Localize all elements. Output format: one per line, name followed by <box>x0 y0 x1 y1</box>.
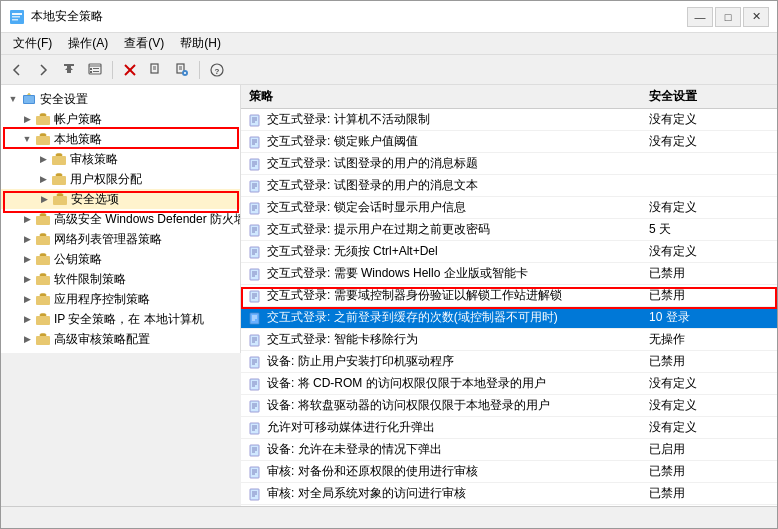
policy-row[interactable]: 设备: 将 CD-ROM 的访问权限仅限于本地登录的用户没有定义 <box>241 373 777 395</box>
policy-row[interactable]: 交互式登录: 需要 Windows Hello 企业版或智能卡已禁用 <box>241 263 777 285</box>
left-panel-wrapper: ▼ 安全设置 ▶ <box>1 85 241 506</box>
tree-item-defender[interactable]: ▶ 高级安全 Windows Defender 防火墙 <box>1 209 240 229</box>
svg-rect-2 <box>12 16 20 18</box>
policy-row-icon <box>249 421 263 435</box>
ip-security-icon <box>35 311 51 327</box>
forward-button[interactable] <box>31 58 55 82</box>
toggle-audit: ▶ <box>35 151 51 167</box>
menu-action[interactable]: 操作(A) <box>60 33 116 54</box>
policy-row-icon <box>249 443 263 457</box>
tree-label-security-options: 安全选项 <box>71 191 119 208</box>
tree-label-defender: 高级安全 Windows Defender 防火墙 <box>54 211 241 228</box>
policy-row[interactable]: 设备: 允许在未登录的情况下弹出已启用 <box>241 439 777 461</box>
policy-row-icon <box>249 289 263 303</box>
policy-row[interactable]: 设备: 将软盘驱动器的访问权限仅限于本地登录的用户没有定义 <box>241 395 777 417</box>
policy-row-name: 交互式登录: 锁定账户值阈值 <box>267 133 418 150</box>
policy-row[interactable]: 交互式登录: 试图登录的用户的消息标题 <box>241 153 777 175</box>
menu-file[interactable]: 文件(F) <box>5 33 60 54</box>
svg-rect-38 <box>36 336 50 345</box>
tree-item-user-rights[interactable]: ▶ 用户权限分配 <box>1 169 240 189</box>
svg-rect-52 <box>250 181 259 192</box>
svg-rect-10 <box>90 71 92 73</box>
tree-item-local-policy[interactable]: ▼ 本地策略 <box>1 129 240 149</box>
svg-rect-33 <box>36 236 50 245</box>
tree-item-audit-policy[interactable]: ▶ 审核策略 <box>1 149 240 169</box>
delete-button[interactable] <box>118 58 142 82</box>
policy-row[interactable]: 交互式登录: 智能卡移除行为无操作 <box>241 329 777 351</box>
svg-rect-48 <box>250 159 259 170</box>
policy-row[interactable]: 允许对可移动媒体进行化升弹出没有定义 <box>241 417 777 439</box>
policy-row[interactable]: 审核: 对全局系统对象的访问进行审核已禁用 <box>241 483 777 505</box>
network-icon <box>35 231 51 247</box>
svg-rect-64 <box>250 247 259 258</box>
tree-item-network[interactable]: ▶ 网络列表管理器策略 <box>1 229 240 249</box>
policy-row[interactable]: 交互式登录: 无须按 Ctrl+Alt+Del没有定义 <box>241 241 777 263</box>
toolbar-separator-1 <box>112 61 113 79</box>
show-button[interactable] <box>83 58 107 82</box>
policy-row-value: 已禁用 <box>649 353 769 370</box>
policy-row-value: 已禁用 <box>649 287 769 304</box>
toggle-security-opts: ▶ <box>36 191 52 207</box>
policy-row-icon <box>249 179 263 193</box>
right-panel-header: 策略 安全设置 <box>241 85 777 109</box>
policy-row-value: 没有定义 <box>649 419 769 436</box>
policy-row[interactable]: 交互式登录: 锁定账户值阈值没有定义 <box>241 131 777 153</box>
menu-help[interactable]: 帮助(H) <box>172 33 229 54</box>
maximize-button[interactable]: □ <box>715 7 741 27</box>
svg-rect-92 <box>250 401 259 412</box>
tree-item-adv-audit[interactable]: ▶ 高级审核策略配置 <box>1 329 240 349</box>
svg-rect-8 <box>90 68 92 70</box>
policy-row[interactable]: 设备: 防止用户安装打印机驱动程序已禁用 <box>241 351 777 373</box>
tree-item-root[interactable]: ▼ 安全设置 <box>1 89 240 109</box>
svg-rect-104 <box>250 467 259 478</box>
toggle-user-rights: ▶ <box>35 171 51 187</box>
toggle-adv-audit: ▶ <box>19 331 35 347</box>
toggle-network: ▶ <box>19 231 35 247</box>
tree-label-network: 网络列表管理器策略 <box>54 231 162 248</box>
svg-rect-68 <box>250 269 259 280</box>
policy-row-name: 设备: 防止用户安装打印机驱动程序 <box>267 353 454 370</box>
close-button[interactable]: ✕ <box>743 7 769 27</box>
main-content: ▼ 安全设置 ▶ <box>1 85 777 506</box>
toggle-root: ▼ <box>5 91 21 107</box>
policy-row[interactable]: 交互式登录: 提示用户在过期之前更改密码5 天 <box>241 219 777 241</box>
import-button[interactable] <box>170 58 194 82</box>
header-policy: 策略 <box>249 88 649 105</box>
help-button[interactable]: ? <box>205 58 229 82</box>
tree-item-app-control[interactable]: ▶ 应用程序控制策略 <box>1 289 240 309</box>
adv-audit-icon <box>35 331 51 347</box>
toggle-defender: ▶ <box>19 211 35 227</box>
policy-row-name: 审核: 对全局系统对象的访问进行审核 <box>267 485 466 502</box>
back-button[interactable] <box>5 58 29 82</box>
tree-item-public-key[interactable]: ▶ 公钥策略 <box>1 249 240 269</box>
minimize-button[interactable]: — <box>687 7 713 27</box>
policy-row[interactable]: 交互式登录: 之前登录到缓存的次数(域控制器不可用时)10 登录 <box>241 307 777 329</box>
policy-row-name: 交互式登录: 提示用户在过期之前更改密码 <box>267 221 490 238</box>
toggle-ip: ▶ <box>19 311 35 327</box>
tree-item-ip-security[interactable]: ▶ IP 安全策略，在 本地计算机 <box>1 309 240 329</box>
up-button[interactable] <box>57 58 81 82</box>
toggle-software: ▶ <box>19 271 35 287</box>
policy-row-icon <box>249 333 263 347</box>
svg-rect-31 <box>53 196 67 205</box>
policy-row-icon <box>249 223 263 237</box>
policy-row-icon <box>249 487 263 501</box>
policy-row[interactable]: 交互式登录: 需要域控制器身份验证以解锁工作站进解锁已禁用 <box>241 285 777 307</box>
policy-row[interactable]: 交互式登录: 试图登录的用户的消息文本 <box>241 175 777 197</box>
policy-row-name: 设备: 允许在未登录的情况下弹出 <box>267 441 442 458</box>
policy-row-value: 已启用 <box>649 441 769 458</box>
tree-label-adv-audit: 高级审核策略配置 <box>54 331 150 348</box>
menu-bar: 文件(F) 操作(A) 查看(V) 帮助(H) <box>1 33 777 55</box>
svg-rect-100 <box>250 445 259 456</box>
menu-view[interactable]: 查看(V) <box>116 33 172 54</box>
tree-item-security-options[interactable]: ▶ 安全选项 <box>1 189 240 209</box>
tree-item-account-policy[interactable]: ▶ 帐户策略 <box>1 109 240 129</box>
policy-row-name: 交互式登录: 无须按 Ctrl+Alt+Del <box>267 243 438 260</box>
policy-row[interactable]: 审核: 对备份和还原权限的使用进行审核已禁用 <box>241 461 777 483</box>
export-button[interactable] <box>144 58 168 82</box>
policy-row[interactable]: 交互式登录: 计算机不活动限制没有定义 <box>241 109 777 131</box>
policy-row[interactable]: 审核: 强制审核策略子类别设置(Windows Vista 或更高版本...没有… <box>241 505 777 506</box>
policy-row[interactable]: 交互式登录: 锁定会话时显示用户信息没有定义 <box>241 197 777 219</box>
policy-row-name: 设备: 将软盘驱动器的访问权限仅限于本地登录的用户 <box>267 397 550 414</box>
tree-item-software[interactable]: ▶ 软件限制策略 <box>1 269 240 289</box>
